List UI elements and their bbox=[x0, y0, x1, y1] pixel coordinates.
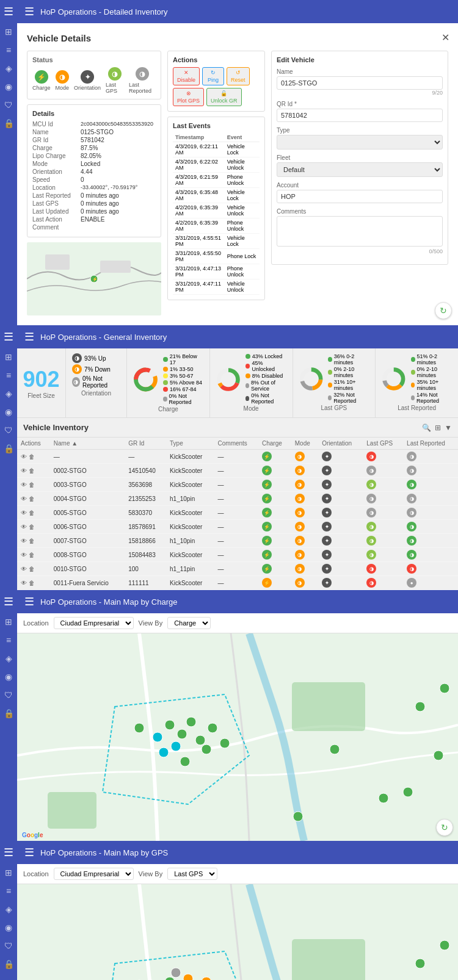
sidebar2-list[interactable]: ≡ bbox=[6, 370, 11, 380]
row-view-icon[interactable]: 👁 bbox=[21, 538, 27, 544]
row-delete-icon[interactable]: 🗑 bbox=[29, 495, 35, 502]
section3-menu-icon[interactable]: ☰ bbox=[24, 595, 34, 608]
grid-view-icon[interactable]: ⊞ bbox=[435, 423, 441, 432]
plot-gps-button[interactable]: ⊗Plot GPS bbox=[173, 88, 204, 106]
row-view-icon[interactable]: 👁 bbox=[21, 510, 27, 516]
sidebar2-lock[interactable]: 🔒 bbox=[4, 444, 14, 453]
edit-fleet-select[interactable]: Default bbox=[277, 162, 443, 177]
row-delete-icon[interactable]: 🗑 bbox=[29, 580, 35, 586]
sidebar4-grid[interactable]: ⊞ bbox=[5, 868, 12, 877]
row-delete-icon[interactable]: 🗑 bbox=[29, 467, 35, 474]
svg-point-37 bbox=[415, 702, 425, 712]
map-gps-area: Google ↻ bbox=[17, 884, 458, 980]
sidebar4-map[interactable]: ◈ bbox=[5, 904, 12, 914]
unlock-gr-button[interactable]: 🔓Unlock GR bbox=[206, 88, 242, 106]
section2-menu-icon[interactable]: ☰ bbox=[24, 330, 34, 344]
modal-close-button[interactable]: ✕ bbox=[442, 32, 449, 43]
row-mode-icon: ◑ bbox=[295, 480, 305, 489]
row-view-icon[interactable]: 👁 bbox=[21, 467, 27, 474]
sidebar2-circle[interactable]: ◉ bbox=[5, 407, 12, 417]
row-view-icon[interactable]: 👁 bbox=[21, 580, 27, 586]
row-grid: 14510540 bbox=[125, 464, 166, 478]
row-delete-icon[interactable]: 🗑 bbox=[29, 566, 35, 572]
section4-menu-icon[interactable]: ☰ bbox=[24, 846, 34, 859]
sidebar3-map[interactable]: ◈ bbox=[5, 654, 12, 663]
row-delete-icon[interactable]: 🗑 bbox=[29, 524, 35, 530]
col-lastreported: Last Reported bbox=[403, 438, 458, 450]
table-row: 👁🗑 0008-STGO15084483KickScooter— ⚡ ◑ ✦ ◑… bbox=[17, 548, 458, 562]
sidebar2-shield[interactable]: 🛡 bbox=[4, 425, 13, 435]
row-delete-icon[interactable]: 🗑 bbox=[29, 538, 35, 544]
edit-comments-charcount: 0/500 bbox=[277, 248, 443, 254]
sidebar-icon-map[interactable]: ◈ bbox=[5, 63, 12, 73]
charge-label: Charge bbox=[133, 406, 203, 413]
disable-button[interactable]: ✕Disable bbox=[173, 67, 200, 85]
edit-account-label: Account bbox=[277, 182, 443, 189]
row-delete-icon[interactable]: 🗑 bbox=[29, 510, 35, 516]
reset-button[interactable]: ↺Reset bbox=[227, 67, 250, 85]
search-icon[interactable]: 🔍 bbox=[422, 423, 431, 432]
ping-button[interactable]: ↻Ping bbox=[202, 67, 224, 85]
sidebar4-list[interactable]: ≡ bbox=[6, 886, 11, 896]
sidebar3-menu[interactable]: ☰ bbox=[4, 595, 13, 608]
sidebar-icon-grid[interactable]: ⊞ bbox=[5, 27, 12, 37]
svg-rect-22 bbox=[292, 682, 365, 731]
viewby-select[interactable]: Charge bbox=[167, 617, 211, 629]
row-view-icon[interactable]: 👁 bbox=[21, 566, 27, 572]
col-name[interactable]: Name ▲ bbox=[50, 438, 125, 450]
sidebar-menu-icon[interactable]: ☰ bbox=[4, 5, 13, 18]
events-col-event: Event bbox=[225, 133, 260, 142]
sidebar4-shield[interactable]: 🛡 bbox=[4, 941, 13, 951]
svg-rect-23 bbox=[48, 792, 96, 829]
row-delete-icon[interactable]: 🗑 bbox=[29, 453, 35, 460]
row-gps-icon: ◑ bbox=[366, 494, 376, 503]
row-view-icon[interactable]: 👁 bbox=[21, 453, 27, 460]
sidebar3-list[interactable]: ≡ bbox=[6, 635, 11, 645]
sidebar-icon-list[interactable]: ≡ bbox=[6, 45, 11, 55]
sidebar3-lock[interactable]: 🔒 bbox=[4, 708, 14, 718]
gps-viewby-select[interactable]: Last GPS bbox=[167, 868, 217, 880]
edit-type-select[interactable] bbox=[277, 135, 443, 150]
row-delete-icon[interactable]: 🗑 bbox=[29, 552, 35, 558]
vehicle-details-modal: Vehicle Details ✕ Status ⚡ Charge bbox=[17, 23, 458, 325]
location-select[interactable]: Ciudad Empresarial bbox=[54, 617, 134, 629]
sidebar3-grid[interactable]: ⊞ bbox=[5, 617, 12, 627]
edit-fleet-field: Fleet Default bbox=[277, 154, 443, 177]
sidebar2-map[interactable]: ◈ bbox=[5, 389, 12, 398]
edit-name-input[interactable] bbox=[277, 76, 443, 90]
sidebar2-menu[interactable]: ☰ bbox=[4, 330, 13, 344]
sidebar-icon-shield[interactable]: 🛡 bbox=[4, 100, 13, 110]
sidebar4-menu[interactable]: ☰ bbox=[4, 846, 13, 859]
sidebar3-shield[interactable]: 🛡 bbox=[4, 690, 13, 700]
sidebar4-circle[interactable]: ◉ bbox=[5, 923, 12, 932]
edit-account-input[interactable] bbox=[277, 190, 443, 203]
section2-title: HoP Operations - General Inventory bbox=[40, 333, 167, 342]
inventory-header: Vehicle Inventory 🔍 ⊞ ▼ bbox=[17, 418, 458, 438]
filter-icon[interactable]: ▼ bbox=[445, 423, 452, 432]
col-actions: Actions bbox=[17, 438, 50, 450]
sidebar2-grid[interactable]: ⊞ bbox=[5, 352, 12, 362]
sidebar-icon-lock[interactable]: 🔒 bbox=[4, 118, 14, 128]
row-view-icon[interactable]: 👁 bbox=[21, 481, 27, 488]
row-mode-icon: ◑ bbox=[295, 508, 305, 517]
row-view-icon[interactable]: 👁 bbox=[21, 495, 27, 502]
sidebar-icon-circle[interactable]: ◉ bbox=[5, 82, 12, 92]
row-view-icon[interactable]: 👁 bbox=[21, 524, 27, 530]
event-row: 3/31/2019, 4:55:50 PMPhone Lock bbox=[173, 249, 260, 264]
edit-qrid-input[interactable] bbox=[277, 109, 443, 122]
row-delete-icon[interactable]: 🗑 bbox=[29, 481, 35, 488]
orientation-up-icon: ◑ bbox=[72, 353, 82, 363]
sidebar3-circle[interactable]: ◉ bbox=[5, 672, 12, 682]
edit-comments-textarea[interactable] bbox=[277, 216, 443, 247]
edit-comments-field: Comments 0/500 bbox=[277, 208, 443, 254]
sidebar4-lock[interactable]: 🔒 bbox=[4, 959, 14, 969]
refresh-map-charge-button[interactable]: ↻ bbox=[436, 819, 453, 836]
section1-menu-icon[interactable]: ☰ bbox=[24, 5, 34, 18]
row-type: KickScooter bbox=[166, 450, 214, 464]
refresh-button[interactable]: ↻ bbox=[435, 302, 452, 319]
edit-comments-label: Comments bbox=[277, 208, 443, 215]
row-view-icon[interactable]: 👁 bbox=[21, 552, 27, 558]
lastreported-legend: 51% 0-2 minutes 0% 2-10 minutes 35% 10+ … bbox=[411, 353, 452, 405]
row-reported-icon: ◑ bbox=[407, 522, 416, 531]
gps-location-select[interactable]: Ciudad Empresarial bbox=[54, 868, 134, 880]
